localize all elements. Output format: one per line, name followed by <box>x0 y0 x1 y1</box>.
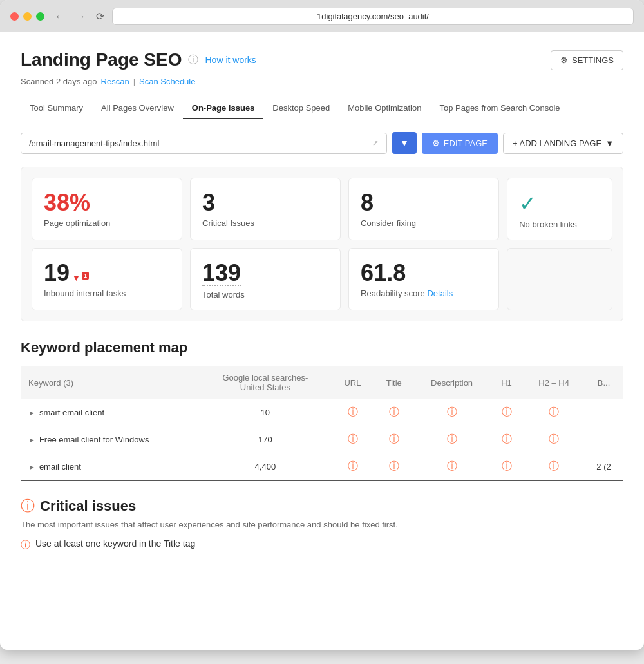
page-title-area: Landing Page SEO ⓘ How it works <box>21 50 256 70</box>
title-cell: ⓘ <box>374 453 414 481</box>
forward-button[interactable]: → <box>73 10 88 24</box>
col-searches: Google local searches-United States <box>199 366 332 399</box>
warn-icon: ⓘ <box>447 460 457 473</box>
critical-issues-label: Critical Issues <box>202 218 328 228</box>
total-words-label: Total words <box>202 290 328 299</box>
browser-content: Landing Page SEO ⓘ How it works ⚙ SETTIN… <box>0 32 644 650</box>
add-landing-page-button[interactable]: + ADD LANDING PAGE ▼ <box>503 133 623 154</box>
inbound-tasks-value-row: 19 ▼1 <box>44 261 170 289</box>
scan-date: Scanned 2 days ago <box>21 77 97 86</box>
metric-empty <box>507 248 612 310</box>
metric-critical-issues: 3 Critical Issues <box>190 178 341 240</box>
total-words-number: 139 <box>202 261 241 286</box>
total-words-value: 139 <box>202 261 328 286</box>
page-title: Landing Page SEO <box>21 50 182 70</box>
rescan-link[interactable]: Rescan <box>101 77 129 86</box>
url-dropdown-button[interactable]: ▼ <box>392 132 417 154</box>
address-bar[interactable]: 1digitalagency.com/seo_audit/ <box>112 8 634 25</box>
consider-fixing-label: Consider fixing <box>361 218 487 228</box>
col-description: Description <box>414 366 489 399</box>
tab-mobile-optimization[interactable]: Mobile Optimization <box>339 98 430 119</box>
warn-icon: ⓘ <box>549 406 559 419</box>
url-cell: ⓘ <box>332 399 374 426</box>
col-keyword: Keyword (3) <box>21 366 199 399</box>
warn-icon: ⓘ <box>549 460 559 473</box>
table-row: ►Free email client for Windows 170 ⓘ ⓘ ⓘ… <box>21 426 623 453</box>
check-icon: ✓ <box>519 191 600 216</box>
external-link-icon: ➚ <box>372 138 379 147</box>
back-button[interactable]: ← <box>52 10 68 24</box>
searches-cell: 170 <box>199 426 332 453</box>
tab-tool-summary[interactable]: Tool Summary <box>21 98 92 119</box>
browser-titlebar: ← → ⟳ 1digitalagency.com/seo_audit/ <box>0 0 644 32</box>
metric-readability: 61.8 Readability score Details <box>348 248 499 310</box>
keyword-cell: ►Free email client for Windows <box>21 426 199 453</box>
warn-icon: ⓘ <box>348 433 358 446</box>
warn-icon: ⓘ <box>389 433 399 446</box>
url-cell: ⓘ <box>332 453 374 481</box>
keyword-section: Keyword placement map Keyword (3) Google… <box>21 339 623 481</box>
tab-all-pages[interactable]: All Pages Overview <box>92 98 183 119</box>
minimize-button[interactable] <box>23 12 32 21</box>
readability-value: 61.8 <box>361 261 487 285</box>
tab-on-page-issues[interactable]: On-Page Issues <box>183 98 264 119</box>
separator: | <box>133 77 135 86</box>
desc-cell: ⓘ <box>414 426 489 453</box>
scan-schedule-link[interactable]: Scan Schedule <box>139 77 195 86</box>
readability-label: Readability score Details <box>361 289 487 298</box>
warn-icon: ⓘ <box>389 406 399 419</box>
warn-icon: ⓘ <box>348 406 358 419</box>
b-cell <box>584 399 623 426</box>
critical-section: ⓘ Critical issues The most important iss… <box>21 497 623 551</box>
col-url: URL <box>332 366 374 399</box>
warn-icon: ⓘ <box>549 433 559 446</box>
critical-item-icon: ⓘ <box>21 539 30 551</box>
expand-icon[interactable]: ► <box>28 463 35 471</box>
keyword-cell: ►smart email client <box>21 399 199 426</box>
url-cell: ⓘ <box>332 426 374 453</box>
help-icon: ⓘ <box>188 53 198 67</box>
expand-icon[interactable]: ► <box>28 409 35 417</box>
b-cell <box>584 426 623 453</box>
maximize-button[interactable] <box>36 12 44 21</box>
page-url-input[interactable]: /email-management-tips/index.html ➚ <box>21 133 387 154</box>
readability-details-link[interactable]: Details <box>427 289 453 298</box>
critical-issues-value: 3 <box>202 191 328 214</box>
settings-icon: ⚙ <box>560 55 568 65</box>
tab-desktop-speed[interactable]: Desktop Speed <box>263 98 339 119</box>
expand-icon[interactable]: ► <box>28 436 35 444</box>
critical-issues-icon: ⓘ <box>21 497 35 516</box>
edit-page-button[interactable]: ⚙ EDIT PAGE <box>422 133 498 154</box>
desc-cell: ⓘ <box>414 453 489 481</box>
table-row: ►smart email client 10 ⓘ ⓘ ⓘ ⓘ ⓘ <box>21 399 623 426</box>
close-button[interactable] <box>10 12 19 21</box>
title-cell: ⓘ <box>374 426 414 453</box>
tab-top-pages[interactable]: Top Pages from Search Console <box>430 98 569 119</box>
keyword-cell: ►email client <box>21 453 199 481</box>
col-h2h4: H2 – H4 <box>524 366 584 399</box>
metrics-section: 38% Page optimization 3 Critical Issues … <box>21 167 623 321</box>
settings-button[interactable]: ⚙ SETTINGS <box>551 50 623 70</box>
col-b: B... <box>584 366 623 399</box>
critical-title-row: ⓘ Critical issues <box>21 497 623 516</box>
searches-cell: 10 <box>199 399 332 426</box>
critical-section-title: Critical issues <box>40 498 136 515</box>
page-optimization-label: Page optimization <box>44 218 170 228</box>
h1-cell: ⓘ <box>489 426 524 453</box>
h1-cell: ⓘ <box>489 453 524 481</box>
url-bar-row: /email-management-tips/index.html ➚ ▼ ⚙ … <box>21 132 623 154</box>
metric-broken-links: ✓ No broken links <box>507 178 612 240</box>
critical-item-text: Use at least one keyword in the Title ta… <box>35 538 195 549</box>
how-it-works-link[interactable]: How it works <box>205 55 256 65</box>
warn-icon: ⓘ <box>502 460 512 473</box>
consider-fixing-value: 8 <box>361 191 487 214</box>
reload-button[interactable]: ⟳ <box>93 9 107 24</box>
warn-icon: ⓘ <box>348 460 358 473</box>
edit-icon: ⚙ <box>432 138 440 148</box>
scan-info: Scanned 2 days ago Rescan | Scan Schedul… <box>21 77 623 86</box>
h2h4-cell: ⓘ <box>524 399 584 426</box>
traffic-lights <box>10 12 44 21</box>
table-header-row: Keyword (3) Google local searches-United… <box>21 366 623 399</box>
tabs-bar: Tool Summary All Pages Overview On-Page … <box>21 98 623 119</box>
metrics-grid-row1: 38% Page optimization 3 Critical Issues … <box>32 178 612 240</box>
